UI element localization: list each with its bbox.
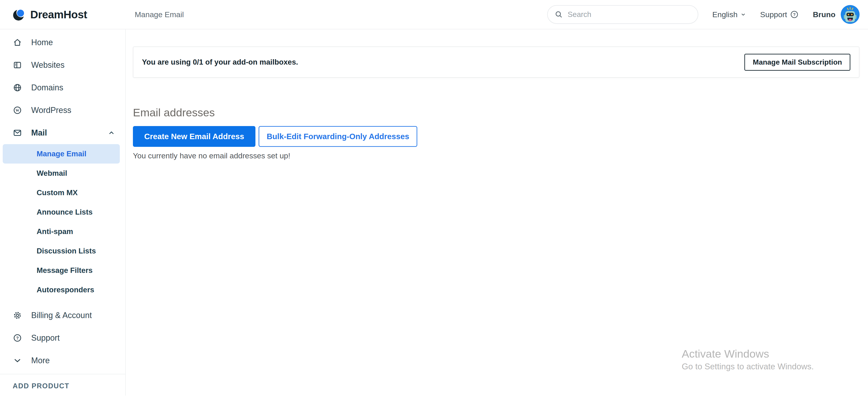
sidebar-item-home[interactable]: Home xyxy=(0,31,125,54)
browser-icon xyxy=(13,60,22,70)
home-icon xyxy=(13,38,22,47)
sidebar-subitem-label: Custom MX xyxy=(37,188,78,197)
sidebar-item-label: Home xyxy=(31,38,53,47)
brand-name: DreamHost xyxy=(30,8,87,21)
sidebar-item-domains[interactable]: Domains xyxy=(0,76,125,99)
add-product-label: ADD PRODUCT xyxy=(13,382,69,390)
envelope-icon xyxy=(13,128,22,138)
main-content: You are using 0/1 of your add-on mailbox… xyxy=(126,29,868,396)
no-email-addresses-message: You currently have no email addresses se… xyxy=(133,151,860,160)
dreamhost-moon-icon xyxy=(13,8,26,21)
svg-text:?: ? xyxy=(793,12,796,17)
email-addresses-heading: Email addresses xyxy=(133,106,860,119)
sidebar-item-label: Domains xyxy=(31,83,63,92)
sidebar-item-label: Support xyxy=(31,333,60,343)
sidebar-nav: Home Websites xyxy=(0,29,126,396)
mailbox-usage-text: You are using 0/1 of your add-on mailbox… xyxy=(142,58,298,66)
sidebar-subitem-custom-mx[interactable]: Custom MX xyxy=(0,183,125,202)
sidebar-subitem-manage-email[interactable]: Manage Email xyxy=(3,144,120,164)
sidebar-subitem-label: Webmail xyxy=(37,169,67,177)
wordpress-icon: W xyxy=(13,105,22,115)
top-header: DreamHost Manage Email English xyxy=(0,0,868,29)
sidebar-item-wordpress[interactable]: W WordPress xyxy=(0,99,125,122)
user-menu[interactable]: Bruno xyxy=(813,5,860,24)
sidebar-item-label: Mail xyxy=(31,128,47,138)
support-link[interactable]: Support ? xyxy=(760,10,799,19)
sidebar-subitem-label: Discussion Lists xyxy=(37,247,96,255)
sidebar-subitem-message-filters[interactable]: Message Filters xyxy=(0,261,125,280)
sidebar-subitem-anti-spam[interactable]: Anti-spam xyxy=(0,222,125,241)
user-name: Bruno xyxy=(813,10,835,19)
avatar[interactable] xyxy=(840,5,860,24)
sidebar-item-websites[interactable]: Websites xyxy=(0,54,125,76)
dreamhost-panel: DreamHost Manage Email English xyxy=(0,0,868,396)
sidebar-item-more[interactable]: More xyxy=(0,349,125,372)
language-dropdown[interactable]: English xyxy=(712,10,746,19)
globe-icon xyxy=(13,83,22,92)
svg-text:W: W xyxy=(16,108,20,112)
sidebar-item-label: Websites xyxy=(31,60,64,70)
chevron-down-icon xyxy=(740,11,746,18)
sidebar-subitem-label: Message Filters xyxy=(37,266,93,275)
email-actions-row: Create New Email Address Bulk-Edit Forwa… xyxy=(133,126,860,147)
help-circle-icon: ? xyxy=(790,10,799,19)
sidebar-subitem-label: Autoresponders xyxy=(37,286,94,294)
sidebar-item-label: Billing & Account xyxy=(31,310,92,320)
sidebar-item-billing-account[interactable]: Billing & Account xyxy=(0,304,125,327)
header-actions: English Support ? Bruno xyxy=(547,5,868,24)
sidebar-item-label: WordPress xyxy=(31,105,71,115)
sidebar-item-mail[interactable]: Mail xyxy=(0,122,125,144)
sidebar-subitem-label: Anti-spam xyxy=(37,227,73,236)
language-label: English xyxy=(712,10,738,19)
mail-submenu: Manage Email Webmail Custom MX Announce … xyxy=(0,144,125,300)
page-title: Manage Email xyxy=(135,10,184,19)
sidebar-subitem-discussion-lists[interactable]: Discussion Lists xyxy=(0,241,125,261)
chevron-down-icon xyxy=(13,356,22,365)
manage-mail-subscription-button[interactable]: Manage Mail Subscription xyxy=(744,54,850,71)
svg-text:?: ? xyxy=(16,336,19,340)
search-input[interactable] xyxy=(567,10,691,19)
bulk-edit-forwarding-button[interactable]: Bulk-Edit Forwarding-Only Addresses xyxy=(258,126,417,147)
search-icon xyxy=(555,10,563,19)
sidebar-subitem-label: Manage Email xyxy=(37,150,86,158)
create-new-email-address-button[interactable]: Create New Email Address xyxy=(133,126,255,147)
sidebar-subitem-announce-lists[interactable]: Announce Lists xyxy=(0,202,125,222)
sidebar-subitem-webmail[interactable]: Webmail xyxy=(0,164,125,183)
mailbox-usage-notice: You are using 0/1 of your add-on mailbox… xyxy=(133,46,860,78)
search-box[interactable] xyxy=(547,5,698,24)
brand-logo[interactable]: DreamHost xyxy=(0,8,126,21)
chevron-up-icon xyxy=(107,129,115,137)
sidebar-subitem-autoresponders[interactable]: Autoresponders xyxy=(0,280,125,300)
sidebar-item-support[interactable]: ? Support xyxy=(0,327,125,349)
support-label: Support xyxy=(760,10,787,19)
sidebar-subitem-label: Announce Lists xyxy=(37,208,93,217)
question-circle-icon: ? xyxy=(13,333,22,343)
sidebar-item-label: More xyxy=(31,356,50,365)
add-product-button[interactable]: ADD PRODUCT xyxy=(0,374,125,396)
gear-icon xyxy=(13,310,22,320)
